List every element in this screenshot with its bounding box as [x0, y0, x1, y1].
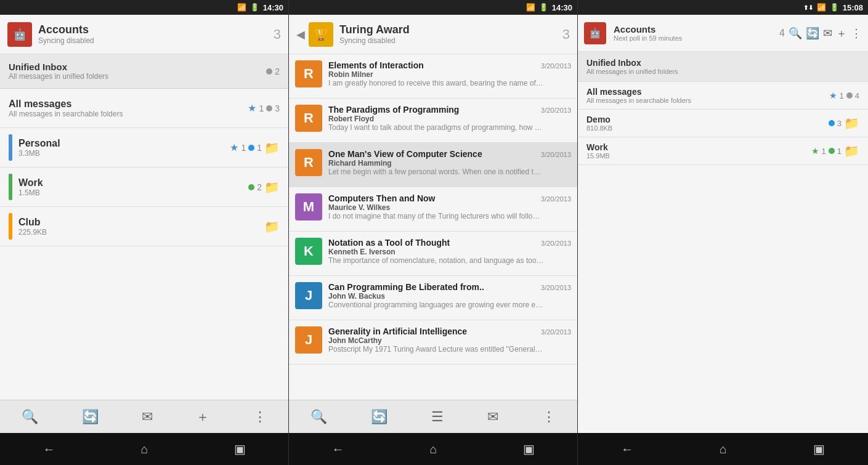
mid-more-button[interactable]: ⋮	[537, 404, 561, 430]
mid-header: ◀ 🏆 Turing Award Syncing disabled 3	[289, 15, 577, 54]
right-all-messages-dot-count: 4	[855, 91, 859, 100]
email-row-0[interactable]: R Elements of Interaction 3/20/2013 Robi…	[289, 54, 577, 99]
email-sender-2: Richard Hamming	[328, 159, 571, 168]
email-sender-6: John McCarthy	[328, 336, 571, 345]
left-all-messages-dot	[266, 105, 272, 111]
right-account-work[interactable]: Work 15.9MB ★ 1 1 📁	[578, 137, 868, 165]
left-header-count: 3	[274, 26, 281, 42]
right-home-button[interactable]: ⌂	[707, 437, 739, 461]
email-row-4[interactable]: K Notation as a Tool of Thought 3/20/201…	[289, 232, 577, 276]
right-account-demo[interactable]: Demo 810.8KB 3 📁	[578, 110, 868, 137]
left-club-folder-icon: 📁	[264, 219, 280, 234]
right-header: 🤖 Accounts Next poll in 59 minutes 4 🔍 🔄…	[578, 15, 868, 52]
email-avatar-1: R	[295, 105, 322, 132]
mid-back-button[interactable]: ←	[319, 437, 356, 461]
left-personal-star-count: 1	[241, 143, 246, 153]
right-work-star-icon: ★	[811, 146, 819, 156]
right-all-messages-row[interactable]: All messages All messages in searchable …	[578, 82, 868, 110]
left-account-personal[interactable]: Personal 3.3MB ★ 1 1 📁	[0, 128, 288, 168]
left-work-dot	[248, 184, 254, 190]
email-sender-0: Robin Milner	[328, 70, 571, 79]
right-unified-sub: All messages in unified folders	[586, 68, 859, 75]
email-row-5[interactable]: J Can Programming Be Liberated from.. 3/…	[289, 276, 577, 320]
left-home-button[interactable]: ⌂	[128, 437, 160, 461]
mid-recents-button[interactable]: ▣	[511, 437, 547, 461]
left-personal-accent	[9, 134, 12, 161]
right-search-icon[interactable]: 🔍	[789, 26, 802, 40]
email-date-1: 3/20/2013	[541, 107, 571, 114]
right-all-messages-star-count: 1	[840, 91, 844, 100]
email-date-4: 3/20/2013	[541, 240, 571, 247]
right-all-messages-name: All messages	[586, 87, 829, 97]
left-account-work[interactable]: Work 1.5MB 2 📁	[0, 168, 288, 207]
right-all-messages-dot	[846, 92, 853, 99]
left-header: 🤖 Accounts Syncing disabled 3	[0, 15, 288, 54]
right-demo-size: 810.8KB	[586, 124, 829, 132]
left-work-name: Work	[18, 177, 248, 188]
left-compose-button[interactable]: ✉	[137, 404, 158, 430]
left-refresh-button[interactable]: 🔄	[77, 404, 103, 430]
right-work-dot-count: 1	[837, 147, 842, 156]
left-personal-star-icon: ★	[230, 142, 238, 153]
right-demo-dot-count: 3	[837, 119, 842, 128]
left-all-messages-row[interactable]: All messages All messages in searchable …	[0, 89, 288, 128]
left-add-button[interactable]: ＋	[191, 403, 214, 431]
right-header-avatar: 🤖	[584, 22, 606, 44]
left-header-avatar: 🤖	[7, 22, 32, 47]
email-avatar-5: J	[295, 282, 322, 309]
right-recents-button[interactable]: ▣	[801, 437, 837, 461]
right-more-icon[interactable]: ⋮	[851, 26, 862, 40]
mid-filter-button[interactable]: ☰	[426, 404, 448, 430]
mid-header-subtitle: Syncing disabled	[339, 36, 558, 45]
email-sender-5: John W. Backus	[328, 292, 571, 301]
email-row-1[interactable]: R The Paradigms of Programming 3/20/2013…	[289, 99, 577, 143]
right-back-button[interactable]: ←	[609, 437, 646, 461]
left-android-nav: ← ⌂ ▣	[0, 433, 288, 465]
email-row-3[interactable]: M Computers Then and Now 3/20/2013 Mauri…	[289, 187, 577, 232]
left-status-bar: 📶 🔋 14:30	[0, 0, 288, 15]
right-data-icon: ⬆⬇	[803, 4, 813, 11]
mid-refresh-button[interactable]: 🔄	[366, 404, 392, 430]
right-add-icon[interactable]: ＋	[836, 26, 847, 41]
left-work-folder-icon: 📁	[264, 180, 280, 195]
mid-header-avatar: 🏆	[309, 22, 333, 47]
email-row-6[interactable]: J Generality in Artificial Intelligence …	[289, 320, 577, 365]
mid-search-button[interactable]: 🔍	[306, 404, 332, 430]
mid-wifi-icon: 📶	[526, 3, 535, 12]
right-panel: ⬆⬇ 📶 🔋 15:08 🤖 Accounts Next poll in 59 …	[578, 0, 868, 465]
left-work-accent	[9, 174, 12, 200]
mid-status-bar: 📶 🔋 14:30	[289, 0, 577, 15]
left-battery-icon: 🔋	[250, 3, 259, 12]
right-count-badge: 4	[779, 28, 785, 39]
left-time: 14:30	[263, 3, 283, 12]
email-avatar-0: R	[295, 60, 322, 87]
left-account-club[interactable]: Club 225.9KB 📁	[0, 207, 288, 246]
left-all-messages-star-icon: ★	[248, 102, 256, 114]
left-all-messages-sub: All messages in searchable folders	[9, 110, 248, 118]
left-bottom-bar: 🔍 🔄 ✉ ＋ ⋮	[0, 400, 288, 433]
left-back-button[interactable]: ←	[30, 437, 67, 461]
email-sender-4: Kenneth E. Iverson	[328, 248, 571, 256]
right-refresh-icon[interactable]: 🔄	[806, 26, 819, 40]
mid-header-count: 3	[562, 26, 570, 42]
mid-home-button[interactable]: ⌂	[417, 437, 449, 461]
right-wifi-icon: 📶	[817, 3, 826, 12]
right-unified-inbox-row[interactable]: Unified Inbox All messages in unified fo…	[578, 52, 868, 82]
email-avatar-4: K	[295, 238, 322, 265]
email-sender-3: Maurice V. Wilkes	[328, 203, 571, 212]
email-subject-4: Notation as a Tool of Thought	[328, 238, 450, 248]
left-search-button[interactable]: 🔍	[17, 404, 43, 430]
left-club-size: 225.9KB	[18, 228, 264, 237]
left-unified-count: 2	[275, 67, 280, 76]
left-recents-button[interactable]: ▣	[222, 437, 258, 461]
email-row-2[interactable]: R One Man's View of Computer Science 3/2…	[289, 143, 577, 187]
mid-compose-button[interactable]: ✉	[482, 404, 503, 430]
left-unified-inbox-row[interactable]: Unified Inbox All messages in unified fo…	[0, 54, 288, 89]
right-demo-name: Demo	[586, 115, 829, 124]
right-work-name: Work	[586, 142, 811, 152]
mid-back-icon[interactable]: ◀	[296, 28, 305, 41]
left-all-messages-title: All messages	[9, 99, 248, 110]
right-compose-icon[interactable]: ✉	[823, 26, 832, 40]
right-demo-dot	[829, 120, 835, 126]
left-more-button[interactable]: ⋮	[248, 404, 272, 430]
